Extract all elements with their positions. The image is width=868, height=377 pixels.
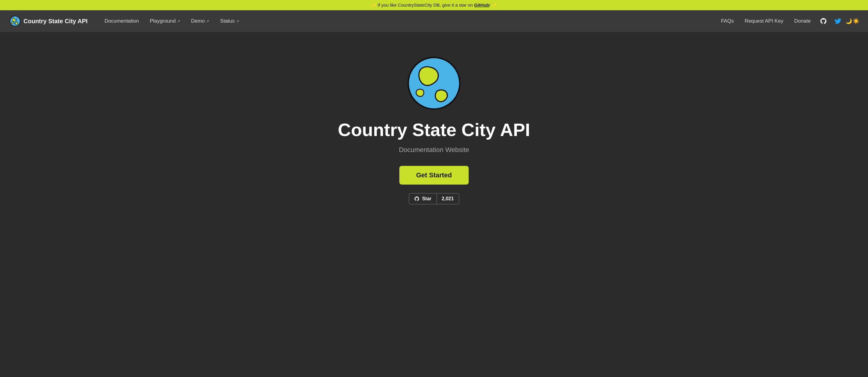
top-banner: ✨ If you like CountryStateCity DB, give …: [0, 0, 868, 10]
nav-links: Documentation Playground ↗ Demo ↗ Status…: [100, 16, 717, 27]
github-star-icon: [414, 196, 420, 201]
hero-globe-icon: [407, 56, 461, 110]
banner-text-after: ! ✨: [489, 2, 497, 7]
brand-name-text: Country State City API: [24, 18, 88, 25]
github-nav-icon[interactable]: [817, 15, 830, 27]
github-star-widget: Star 2,021: [409, 193, 459, 204]
banner-text-before: ✨ If you like CountryStateCity DB, give …: [371, 2, 474, 7]
hero-subtitle: Documentation Website: [399, 146, 469, 154]
hero-title: Country State City API: [338, 120, 530, 140]
twitter-nav-icon[interactable]: [832, 15, 844, 27]
github-star-button[interactable]: Star: [409, 194, 437, 204]
nav-demo[interactable]: Demo ↗: [186, 16, 214, 27]
sun-icon: ☀️: [852, 18, 859, 24]
brand-logo[interactable]: Country State City API: [10, 16, 88, 27]
banner-github-link[interactable]: GitHub: [474, 2, 489, 7]
nav-playground[interactable]: Playground ↗: [145, 16, 185, 27]
playground-external-icon: ↗: [177, 19, 180, 24]
moon-icon: 🌙: [845, 18, 852, 24]
hero-section: Country State City API Documentation Web…: [0, 32, 868, 235]
nav-documentation[interactable]: Documentation: [100, 16, 144, 27]
request-api-key-link[interactable]: Request API Key: [741, 16, 788, 27]
status-external-icon: ↗: [236, 19, 239, 24]
github-star-count[interactable]: 2,021: [437, 194, 459, 204]
get-started-button[interactable]: Get Started: [399, 166, 469, 184]
theme-toggle[interactable]: 🌙 ☀️: [846, 15, 858, 27]
demo-external-icon: ↗: [206, 19, 209, 24]
github-star-label: Star: [422, 196, 431, 201]
brand-globe-icon: [10, 16, 21, 27]
nav-status[interactable]: Status ↗: [215, 16, 244, 27]
donate-link[interactable]: Donate: [790, 16, 815, 27]
navbar: Country State City API Documentation Pla…: [0, 10, 868, 32]
nav-right: FAQs Request API Key Donate 🌙 ☀️: [717, 15, 858, 27]
faqs-link[interactable]: FAQs: [717, 16, 738, 27]
